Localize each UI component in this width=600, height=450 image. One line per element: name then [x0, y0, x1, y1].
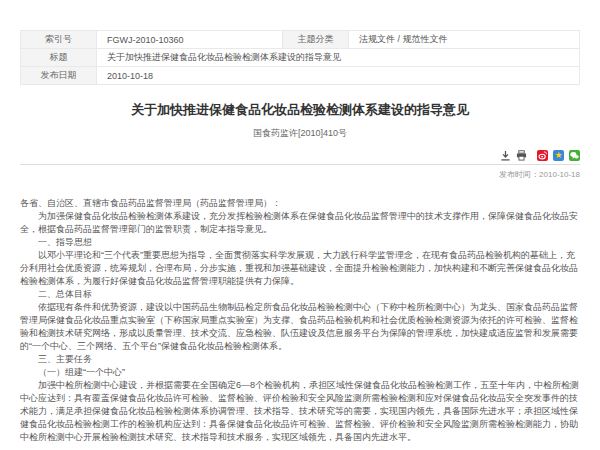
body-paragraph: 加强中检所检测中心建设，并根据需要在全国确定6—8个检验机构，承担区域性保健食品… — [20, 379, 580, 444]
meta-label-date: 发布日期 — [21, 67, 97, 85]
meta-label-title: 标题 — [21, 49, 97, 67]
body-paragraph: 以邓小平理论和“三个代表”重要思想为指导，全面贯彻落实科学发展观，大力践行科学监… — [20, 249, 580, 288]
meta-value-index: FGWJ-2010-10360 — [97, 31, 283, 49]
body-paragraph: 依据现有条件和优势资源，建设以中国药品生物制品检定所食品化妆品检验检测中心（下称… — [20, 301, 580, 353]
document-page: 索引号 FGWJ-2010-10360 主题分类 法规文件 / 规范性文件 标题… — [0, 0, 600, 450]
publish-time-label: 发布时间： — [499, 170, 539, 179]
toolbar: ★ — [20, 149, 580, 161]
wechat-share-icon[interactable] — [569, 150, 580, 161]
print-icon[interactable] — [516, 150, 527, 161]
meta-label-category: 主题分类 — [283, 31, 349, 49]
body-paragraph: 一、指导思想 — [20, 236, 580, 249]
page-title: 关于加快推进保健食品化妆品检验检测体系建设的指导意见 — [20, 101, 580, 119]
publish-time-value: 2010-10-18 — [539, 170, 580, 179]
weibo-share-icon[interactable] — [537, 150, 548, 161]
publish-time: 发布时间：2010-10-18 — [20, 169, 580, 180]
meta-value-title: 关于加快推进保健食品化妆品检验检测体系建设的指导意见 — [97, 49, 580, 67]
favorite-star-icon[interactable]: ★ — [553, 150, 564, 161]
body-paragraph: （一）组建“一个中心” — [20, 366, 580, 379]
body-paragraph: 为加强保健食品化妆品检验检测体系建设，充分发挥检验检测体系在保健食品化妆品监督管… — [20, 210, 580, 236]
document-meta-table: 索引号 FGWJ-2010-10360 主题分类 法规文件 / 规范性文件 标题… — [20, 30, 580, 85]
download-icon[interactable] — [500, 150, 511, 161]
meta-row-title: 标题 关于加快推进保健食品化妆品检验检测体系建设的指导意见 — [21, 49, 580, 67]
body-paragraph: 三、主要任务 — [20, 353, 580, 366]
body-paragraph: 各省、自治区、直辖市食品药品监督管理局（药品监督管理局）： — [20, 197, 580, 210]
meta-value-category: 法规文件 / 规范性文件 — [349, 31, 580, 49]
doc-number: 国食药监许[2010]410号 — [20, 127, 580, 140]
divider — [20, 164, 580, 165]
document-body: 各省、自治区、直辖市食品药品监督管理局（药品监督管理局）：为加强保健食品化妆品检… — [20, 197, 580, 444]
meta-label-index: 索引号 — [21, 31, 97, 49]
meta-row-index-category: 索引号 FGWJ-2010-10360 主题分类 法规文件 / 规范性文件 — [21, 31, 580, 49]
meta-row-date: 发布日期 2010-10-18 — [21, 67, 580, 85]
body-paragraph: 二、总体目标 — [20, 288, 580, 301]
meta-value-date: 2010-10-18 — [97, 67, 580, 85]
